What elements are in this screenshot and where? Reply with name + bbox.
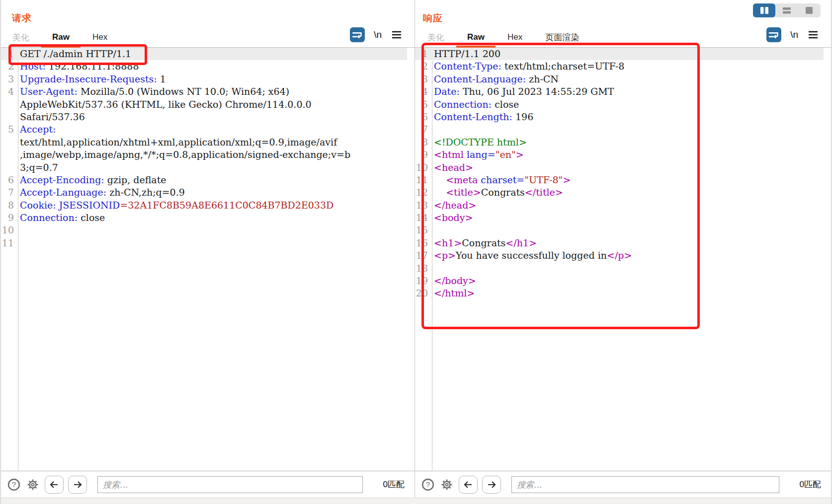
line-number: 19: [415, 275, 430, 287]
line-number: 5: [1, 123, 16, 136]
line-number: 9: [1, 212, 16, 224]
view-layout-switcher: [753, 3, 821, 17]
code-line: 3Content-Language: zh-CN: [415, 73, 831, 85]
window-bottom-strip: [1, 498, 831, 504]
line-number: 11: [1, 237, 16, 249]
search-next-button[interactable]: [482, 476, 501, 494]
svg-text:?: ?: [426, 480, 430, 489]
code-line: 17<p>You have successfully logged in</p>: [415, 249, 831, 262]
line-number: 18: [415, 262, 430, 275]
code-line: 13</head>: [415, 199, 831, 212]
line-number: 17: [415, 249, 430, 262]
line-number: 3: [1, 73, 16, 85]
code-line: 7Accept-Language: zh-CN,zh;q=0.9: [1, 186, 415, 199]
line-number: 2: [415, 60, 430, 72]
response-match-count: 0匹配: [800, 479, 821, 490]
line-number: 1: [415, 48, 430, 60]
split-panels: 请求 美化 Raw Hex \n: [1, 0, 831, 498]
line-number: 6: [415, 111, 430, 123]
line-number: 14: [415, 212, 430, 224]
response-editor-controls: \n: [766, 27, 819, 42]
svg-text:?: ?: [12, 480, 16, 489]
line-number: [1, 136, 16, 148]
line-number: 13: [415, 199, 430, 212]
response-tab-hex[interactable]: Hex: [507, 32, 522, 42]
code-line: 6Accept-Encoding: gzip, deflate: [1, 174, 415, 186]
menu-icon[interactable]: [391, 29, 403, 41]
search-next-button[interactable]: [68, 476, 87, 494]
response-code: 1HTTP/1.1 2002Content-Type: text/html;ch…: [415, 48, 831, 300]
code-line: 11: [1, 237, 415, 249]
wrap-lines-icon[interactable]: [766, 27, 781, 42]
code-line: 12 <title>Congrats</title>: [415, 186, 831, 199]
code-line: Safari/537.36: [1, 111, 415, 123]
code-line: 15: [415, 224, 831, 236]
code-line: 20</html>: [415, 287, 831, 299]
response-tab-pretty[interactable]: 美化: [427, 32, 444, 43]
line-number: 15: [415, 224, 430, 236]
line-number: 3: [415, 73, 430, 85]
line-number: 12: [415, 186, 430, 199]
code-line: 10: [1, 224, 415, 236]
request-search-input[interactable]: [97, 476, 363, 493]
request-panel: 请求 美化 Raw Hex \n: [1, 0, 415, 498]
settings-gear-icon[interactable]: [439, 477, 454, 492]
code-line: 18: [415, 262, 831, 275]
line-number: 20: [415, 287, 430, 299]
code-line: 8Cookie: JSESSIONID=32A1FC8B59A8E6611C0C…: [1, 199, 415, 212]
line-number: 7: [1, 186, 16, 199]
response-tab-raw[interactable]: Raw: [467, 32, 485, 42]
line-number: 10: [415, 161, 430, 174]
line-number: [1, 111, 16, 123]
code-line: 14<body>: [415, 212, 831, 224]
search-prev-button[interactable]: [459, 476, 478, 494]
newline-toggle[interactable]: \n: [790, 29, 798, 40]
code-line: 1HTTP/1.1 200: [415, 48, 824, 60]
code-line: 11 <meta charset="UTF-8">: [415, 174, 831, 186]
response-panel: 响应 美化 Raw Hex 页面渲染 \n: [415, 0, 831, 498]
split-columns-layout-icon[interactable]: [753, 3, 775, 17]
line-number: 10: [1, 224, 16, 236]
request-tab-pretty[interactable]: 美化: [12, 32, 29, 43]
code-line: 7: [415, 123, 831, 136]
line-number: 2: [1, 60, 16, 72]
burp-repeater-window: 请求 美化 Raw Hex \n: [0, 0, 832, 504]
response-tab-render[interactable]: 页面渲染: [545, 32, 579, 43]
code-line: AppleWebKit/537.36 (KHTML, like Gecko) C…: [1, 98, 415, 111]
line-number: 7: [415, 123, 430, 136]
single-panel-layout-icon[interactable]: [798, 3, 821, 17]
response-editor[interactable]: 1HTTP/1.1 2002Content-Type: text/html;ch…: [415, 48, 831, 471]
line-number: 11: [415, 174, 430, 186]
request-editor[interactable]: 1GET /./admin HTTP/1.12Host: 192.168.11.…: [1, 48, 415, 471]
request-tab-hex[interactable]: Hex: [92, 32, 107, 42]
request-editor-controls: \n: [350, 27, 403, 42]
code-line: 9<html lang="en">: [415, 148, 831, 161]
code-line: 10<head>: [415, 161, 831, 174]
request-match-count: 0匹配: [383, 479, 405, 490]
line-number: 4: [1, 85, 16, 98]
line-number: 16: [415, 237, 430, 249]
menu-icon[interactable]: [807, 29, 819, 41]
wrap-lines-icon[interactable]: [350, 27, 365, 42]
code-line: 3;q=0.7: [1, 161, 415, 174]
code-line: 6Content-Length: 196: [415, 111, 831, 123]
request-panel-title: 请求: [12, 12, 32, 25]
request-search-toolbar: ?: [1, 471, 415, 498]
help-icon[interactable]: ?: [421, 478, 435, 492]
code-line: 2Content-Type: text/html;charset=UTF-8: [415, 60, 831, 72]
split-rows-layout-icon[interactable]: [775, 3, 798, 17]
line-number: 8: [415, 136, 430, 148]
code-line: text/html,application/xhtml+xml,applicat…: [1, 136, 415, 148]
help-icon[interactable]: ?: [7, 478, 21, 492]
request-tab-raw[interactable]: Raw: [52, 32, 70, 42]
response-search-input[interactable]: [511, 476, 779, 493]
code-line: 4Date: Thu, 06 Jul 2023 14:55:29 GMT: [415, 85, 831, 98]
code-line: 19</body>: [415, 275, 831, 287]
code-line: 5Accept:: [1, 123, 415, 136]
code-line: ,image/webp,image/apng,*/*;q=0.8,applica…: [1, 148, 415, 161]
search-prev-button[interactable]: [45, 476, 64, 494]
code-line: 16<h1>Congrats</h1>: [415, 237, 831, 249]
newline-toggle[interactable]: \n: [374, 29, 382, 40]
settings-gear-icon[interactable]: [25, 477, 40, 492]
line-number: [1, 148, 16, 161]
